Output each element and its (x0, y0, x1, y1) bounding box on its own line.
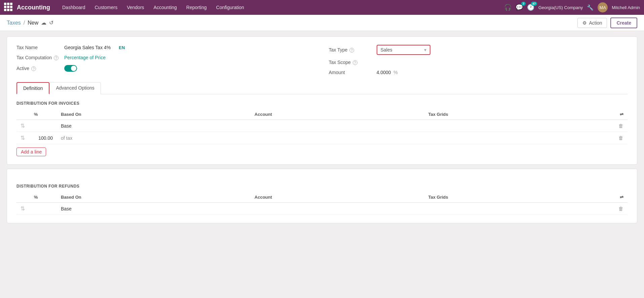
amount-row: Amount 4.0000 % (329, 70, 628, 75)
active-row: Active ? (16, 65, 315, 72)
tax-type-label: Tax Type ? (329, 47, 373, 53)
row2-taxgrids[interactable] (424, 132, 614, 144)
row1-pct (30, 120, 57, 132)
th-account-refunds: Account (251, 192, 424, 203)
delete-row1[interactable]: 🗑 (618, 123, 623, 129)
th-account-invoices: Account (251, 109, 424, 120)
action-button[interactable]: ⚙ Action (577, 18, 607, 28)
breadcrumb-icons: ☁ ↺ (41, 20, 53, 26)
tax-computation-row: Tax Computation ? Percentage of Price (16, 55, 315, 60)
row1-taxgrids[interactable] (424, 120, 614, 132)
th-basedon-invoices: Based On (57, 109, 251, 120)
undo-icon[interactable]: ↺ (49, 20, 53, 26)
refund-row1-taxgrids[interactable] (424, 203, 614, 215)
tax-type-chevron: ▾ (424, 47, 426, 53)
tax-name-value[interactable]: Georgia Sales Tax 4% (64, 45, 111, 50)
tax-scope-help[interactable]: ? (353, 60, 357, 65)
invoices-table: % Based On Account Tax Grids ⇌ (16, 109, 628, 144)
drag-handle-refund1[interactable]: ⇅ (21, 206, 25, 211)
distribution-invoices: DISTRIBUTION FOR INVOICES % Based On Acc… (16, 101, 628, 156)
app-grid-icon[interactable] (4, 3, 13, 12)
username: Mitchell Admin (612, 5, 640, 10)
tax-computation-value[interactable]: Percentage of Price (64, 55, 106, 60)
tabs-row: Definition Advanced Options (16, 82, 628, 94)
refunds-table: % Based On Account Tax Grids ⇌ (16, 192, 628, 215)
table-row: ⇅ 100.00 of tax 🗑 (16, 132, 628, 144)
tax-scope-label: Tax Scope ? (329, 60, 373, 65)
add-line-button[interactable]: Add a line (16, 147, 46, 156)
tab-definition[interactable]: Definition (16, 82, 49, 94)
active-help[interactable]: ? (31, 66, 36, 71)
tax-name-label: Tax Name (16, 45, 60, 50)
row2-account[interactable] (251, 132, 424, 144)
drag-handle-2[interactable]: ⇅ (21, 135, 25, 141)
save-cloud-icon[interactable]: ☁ (41, 20, 46, 26)
en-tag[interactable]: EN (119, 45, 125, 50)
row2-basedon[interactable]: of tax (57, 132, 251, 144)
chat-icon[interactable]: 💬 7 (516, 4, 523, 11)
active-toggle[interactable] (64, 65, 77, 72)
main-content: Tax Name Georgia Sales Tax 4% EN Tax Com… (0, 31, 644, 233)
refund-row1-basedon[interactable]: Base (57, 203, 251, 215)
action-label: Action (589, 20, 602, 26)
amount-label: Amount (329, 70, 373, 75)
tax-type-value: Sales (381, 47, 392, 53)
top-navigation: Accounting Dashboard Customers Vendors A… (0, 0, 644, 15)
distribution-refunds: DISTRIBUTION FOR REFUNDS % Based On Acco… (16, 184, 628, 215)
active-label: Active ? (16, 66, 60, 71)
th-basedon-refunds: Based On (57, 192, 251, 203)
form-grid: Tax Name Georgia Sales Tax 4% EN Tax Com… (16, 45, 628, 75)
breadcrumb-current: New (28, 20, 38, 26)
breadcrumb-bar: Taxes / New ☁ ↺ ⚙ Action Create (0, 15, 644, 31)
nav-configuration[interactable]: Configuration (212, 3, 248, 12)
company-name[interactable]: Georgia(US) Company (538, 5, 583, 10)
nav-accounting[interactable]: Accounting (150, 3, 181, 12)
row1-basedon[interactable]: Base (57, 120, 251, 132)
nav-menu: Dashboard Customers Vendors Accounting R… (58, 3, 504, 12)
breadcrumb-left: Taxes / New ☁ ↺ (7, 20, 53, 26)
table-row: ⇅ Base 🗑 (16, 203, 628, 215)
topnav-right: 🎧 💬 7 🕐 47 Georgia(US) Company 🔧 MA Mitc… (504, 2, 640, 12)
headset-icon[interactable]: 🎧 (504, 4, 512, 11)
tax-type-field[interactable]: Sales ▾ (377, 45, 430, 55)
form-left: Tax Name Georgia Sales Tax 4% EN Tax Com… (16, 45, 315, 75)
tax-name-row: Tax Name Georgia Sales Tax 4% EN (16, 45, 315, 50)
tab-advanced-options[interactable]: Advanced Options (49, 82, 101, 94)
breadcrumb-separator: / (24, 20, 25, 26)
th-pct-invoices: % (30, 109, 57, 120)
app-brand[interactable]: Accounting (17, 4, 50, 11)
tax-computation-label: Tax Computation ? (16, 55, 60, 60)
tax-type-row: Tax Type ? Sales ▾ (329, 45, 628, 55)
th-pct-refunds: % (30, 192, 57, 203)
clock-icon[interactable]: 🕐 47 (527, 4, 534, 11)
row2-pct: 100.00 (30, 132, 57, 144)
wrench-icon[interactable]: 🔧 (587, 4, 594, 11)
th-sort-invoices: ⇌ (614, 109, 628, 120)
chat-badge: 7 (521, 2, 526, 6)
nav-dashboard[interactable]: Dashboard (58, 3, 89, 12)
form-card: Tax Name Georgia Sales Tax 4% EN Tax Com… (7, 36, 637, 165)
nav-customers[interactable]: Customers (91, 3, 122, 12)
amount-value[interactable]: 4.0000 (377, 70, 391, 75)
dist-invoices-title: DISTRIBUTION FOR INVOICES (16, 101, 628, 106)
distribution-refunds-card: DISTRIBUTION FOR REFUNDS % Based On Acco… (7, 169, 637, 223)
amount-unit: % (393, 70, 397, 75)
th-taxgrids-refunds: Tax Grids (424, 192, 614, 203)
nav-reporting[interactable]: Reporting (182, 3, 211, 12)
create-button[interactable]: Create (610, 18, 637, 28)
tax-computation-help[interactable]: ? (54, 56, 59, 60)
row1-account[interactable] (251, 120, 424, 132)
breadcrumb-parent[interactable]: Taxes (7, 20, 21, 26)
tax-scope-row: Tax Scope ? (329, 60, 628, 65)
delete-refund-row1[interactable]: 🗑 (618, 206, 623, 211)
user-avatar[interactable]: MA (598, 2, 608, 12)
nav-vendors[interactable]: Vendors (123, 3, 148, 12)
gear-icon: ⚙ (582, 20, 587, 26)
th-sort-refunds: ⇌ (614, 192, 628, 203)
delete-row2[interactable]: 🗑 (618, 135, 623, 141)
refund-row1-account[interactable] (251, 203, 424, 215)
tax-type-help[interactable]: ? (349, 48, 354, 53)
table-row: ⇅ Base 🗑 (16, 120, 628, 132)
drag-handle-1[interactable]: ⇅ (21, 123, 25, 129)
clock-badge: 47 (531, 2, 537, 6)
